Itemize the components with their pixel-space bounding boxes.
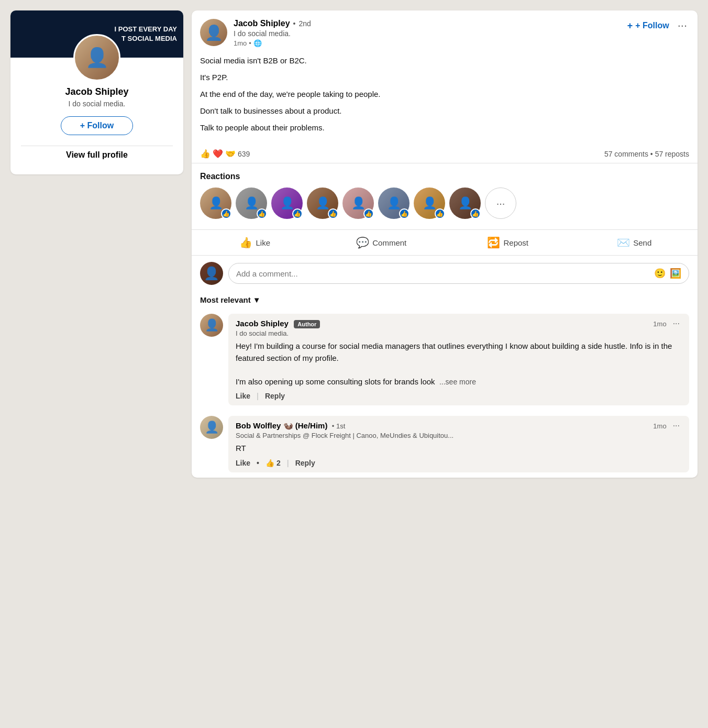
comment-1-sub: I do social media. — [236, 329, 682, 337]
reaction-avatar-8[interactable]: 👤 👍 — [449, 187, 481, 219]
comment-2-author[interactable]: Bob Wolfley 🦦 (He/Him) — [236, 421, 327, 430]
image-icon[interactable]: 🖼️ — [670, 268, 681, 279]
comment-1-avatar[interactable]: 👤 — [200, 314, 223, 337]
post-reactions-left[interactable]: 👍 ❤️ 🤝 639 — [200, 149, 250, 159]
comment-2-meta: 1mo ··· — [653, 421, 682, 431]
reaction-avatar-3[interactable]: 👤 👍 — [271, 187, 303, 219]
comment-1-author[interactable]: Jacob Shipley — [236, 319, 289, 328]
post-header-actions: + + Follow ··· — [627, 19, 689, 32]
comment-1-more-button[interactable]: ··· — [671, 319, 682, 328]
sidebar-follow-button[interactable]: + Follow — [61, 116, 133, 135]
comment-item-2: 👤 Bob Wolfley 🦦 (He/Him) • 1st 1mo ··· S… — [192, 411, 698, 478]
comment-2-time: 1mo — [653, 422, 666, 430]
comment-2-sub: Social & Partnerships @ Flock Freight | … — [236, 432, 682, 439]
comment-input-wrapper[interactable]: 🙂 🖼️ — [228, 263, 689, 284]
post-author-info: Jacob Shipley • 2nd I do social media. 1… — [234, 19, 621, 47]
sidebar-tagline: I do social media. — [21, 100, 173, 108]
post-actions: 👍 Like 💬 Comment 🔁 Repost ✉️ Send — [192, 229, 698, 255]
comment-2-avatar-icon: 👤 — [200, 416, 223, 439]
post-body: Social media isn't B2B or B2C. It's P2P.… — [192, 52, 698, 145]
like-label: Like — [256, 238, 270, 247]
reaction-emoji-3: 🤝 — [225, 149, 236, 159]
post-author-name[interactable]: Jacob Shipley — [234, 19, 290, 28]
post-author-avatar[interactable]: 👤 — [200, 19, 227, 46]
repost-action-button[interactable]: 🔁 Repost — [445, 230, 571, 255]
comment-2-more-button[interactable]: ··· — [671, 421, 682, 431]
comment-2-like-button[interactable]: Like — [236, 459, 250, 467]
reaction-badge-3: 👍 — [292, 208, 303, 219]
comment-2-connection: • 1st — [332, 422, 346, 430]
reaction-badge-4: 👍 — [328, 208, 338, 219]
comment-label: Comment — [372, 238, 406, 247]
comments-count: 57 comments — [604, 150, 648, 158]
more-reactions-button[interactable]: ··· — [485, 187, 516, 219]
avatar-silhouette: 👤 — [75, 36, 119, 80]
current-user-icon: 👤 — [200, 262, 223, 285]
most-relevant-label: Most relevant — [200, 295, 251, 304]
send-action-button[interactable]: ✉️ Send — [571, 230, 698, 255]
sidebar-view-profile-link[interactable]: View full profile — [21, 146, 173, 164]
comment-input[interactable] — [236, 269, 650, 278]
comment-input-icons: 🙂 🖼️ — [654, 268, 681, 279]
comment-1-actions: Like | Reply — [236, 392, 682, 400]
comment-action-button[interactable]: 💬 Comment — [318, 230, 445, 255]
comment-1-body: Jacob Shipley Author 1mo ··· I do social… — [228, 314, 689, 405]
reactions-section: Reactions 👤 👍 👤 👍 👤 👍 — [192, 163, 698, 223]
reaction-emoji-1: 👍 — [200, 149, 211, 159]
avatar-icon: 👤 — [200, 19, 227, 46]
comment-1-reply-button[interactable]: Reply — [265, 392, 285, 400]
comment-2-author-row: Bob Wolfley 🦦 (He/Him) • 1st — [236, 421, 345, 431]
reaction-avatar-1[interactable]: 👤 👍 — [200, 187, 231, 219]
dropdown-arrow-icon: ▼ — [253, 295, 261, 304]
reaction-badge-6: 👍 — [399, 208, 410, 219]
repost-label: Repost — [503, 238, 528, 247]
post-follow-button[interactable]: + + Follow — [627, 20, 669, 31]
send-label: Send — [633, 238, 651, 247]
reaction-avatar-7[interactable]: 👤 👍 — [414, 187, 445, 219]
comment-1-header: Jacob Shipley Author 1mo ··· — [236, 319, 682, 328]
reaction-avatar-6[interactable]: 👤 👍 — [378, 187, 410, 219]
like-action-button[interactable]: 👍 Like — [192, 230, 318, 255]
post-time: 1mo — [234, 39, 247, 47]
stats-dot: • — [650, 150, 655, 158]
post-line-1: Social media isn't B2B or B2C. — [200, 54, 689, 67]
post-time-row: 1mo • 🌐 — [234, 39, 621, 47]
sidebar-avatar: 👤 — [73, 34, 120, 81]
comment-2-reply-button[interactable]: Reply — [295, 459, 315, 467]
post-connection-degree: 2nd — [299, 19, 311, 28]
post-connection-badge: • — [293, 19, 296, 28]
comment-2-like-count: 2 — [276, 459, 281, 467]
reaction-badge-7: 👍 — [435, 208, 445, 219]
reaction-avatar-2[interactable]: 👤 👍 — [236, 187, 267, 219]
post-header: 👤 Jacob Shipley • 2nd I do social media.… — [192, 10, 698, 52]
globe-icon: 🌐 — [253, 39, 262, 47]
sidebar-info: Jacob Shipley I do social media. + Follo… — [10, 81, 183, 174]
follow-label: + Follow — [635, 21, 669, 30]
reaction-avatar-4[interactable]: 👤 👍 — [307, 187, 338, 219]
comment-1-like-button[interactable]: Like — [236, 392, 250, 400]
reaction-count: 639 — [238, 150, 250, 158]
comment-2-text: RT — [236, 443, 682, 455]
current-user-avatar: 👤 — [200, 262, 223, 285]
comment-2-avatar[interactable]: 👤 — [200, 416, 223, 439]
most-relevant-button[interactable]: Most relevant ▼ — [200, 295, 261, 304]
comment-1-author-badge: Author — [294, 320, 320, 328]
post-line-3: At the end of the day, we're people taki… — [200, 88, 689, 101]
comment-icon: 💬 — [356, 236, 369, 249]
post-stats: 👍 ❤️ 🤝 639 57 comments • 57 reposts — [192, 145, 698, 163]
emoji-icon[interactable]: 🙂 — [654, 268, 666, 279]
reaction-avatar-5[interactable]: 👤 👍 — [342, 187, 374, 219]
post-stats-right[interactable]: 57 comments • 57 reposts — [604, 150, 689, 158]
post-author-subtitle: I do social media. — [234, 29, 621, 38]
post-more-options-button[interactable]: ··· — [676, 19, 689, 32]
like-icon: 👍 — [239, 236, 252, 249]
reactions-avatars: 👤 👍 👤 👍 👤 👍 👤 👍 — [200, 187, 689, 219]
comment-1-see-more[interactable]: ...see more — [439, 378, 476, 386]
sidebar-avatar-wrapper: 👤 — [10, 34, 183, 81]
comment-2-body: Bob Wolfley 🦦 (He/Him) • 1st 1mo ··· Soc… — [228, 416, 689, 472]
send-icon: ✉️ — [617, 236, 630, 249]
reposts-count: 57 reposts — [655, 150, 689, 158]
reaction-badge-8: 👍 — [470, 208, 481, 219]
post-line-4: Don't talk to businesses about a product… — [200, 105, 689, 117]
sidebar-name: Jacob Shipley — [21, 86, 173, 97]
